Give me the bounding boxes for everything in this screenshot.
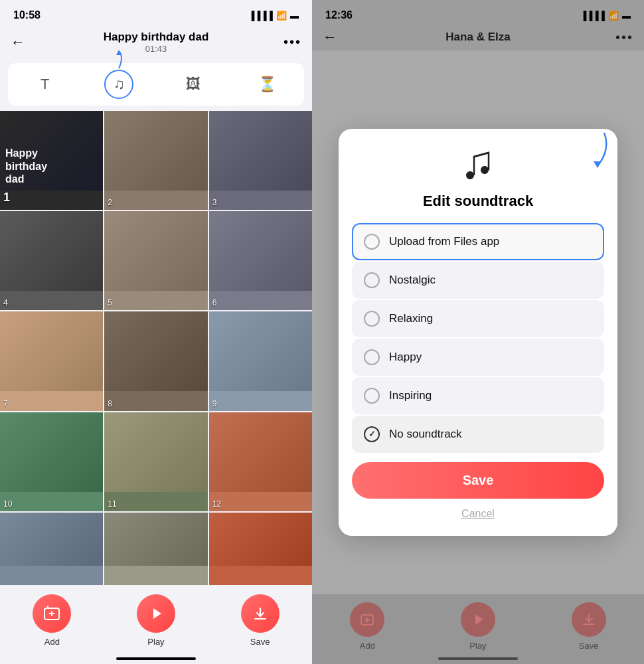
photo-cell-14[interactable] [104, 513, 207, 585]
add-icon-circle [33, 594, 71, 633]
save-icon-circle [241, 594, 280, 633]
arrow-annotation [106, 50, 132, 70]
modal-music-note-icon [459, 147, 497, 185]
option-no-soundtrack[interactable]: No soundtrack [352, 416, 604, 453]
photo-12-num: 12 [212, 499, 221, 509]
left-status-bar: 10:58 ▐▐▐▐ 📶 ▬ [0, 0, 312, 27]
play-icon [148, 606, 164, 622]
option-list: Upload from Files app Nostalgic Relaxing… [352, 223, 604, 453]
option-happy-label: Happy [389, 351, 422, 364]
photo-4-num: 4 [3, 298, 8, 307]
photo-cell-2[interactable]: 2 [104, 111, 207, 210]
photo-1-num: 1 [3, 191, 10, 205]
photo-cell-9[interactable]: 9 [209, 311, 312, 410]
play-button[interactable]: Play [137, 594, 175, 647]
option-inspiring[interactable]: Inspiring [352, 377, 604, 414]
left-home-indicator [0, 657, 312, 664]
toolbar-text-button[interactable]: T [31, 70, 60, 99]
photo-cell-6[interactable]: 6 [209, 211, 312, 310]
wifi-icon: 📶 [276, 11, 287, 21]
photos-icon: 🖼 [186, 76, 201, 93]
left-status-icons: ▐▐▐▐ 📶 ▬ [248, 11, 299, 21]
add-button[interactable]: Add [33, 594, 71, 647]
option-upload[interactable]: Upload from Files app [352, 223, 604, 260]
modal-title: Edit soundtrack [352, 193, 604, 210]
photo-cell-5[interactable]: 5 [104, 211, 207, 310]
left-toolbar: T ♫ 🖼 ⏳ [8, 63, 304, 106]
right-phone: 12:36 ▐▐▐▐ 📶 ▬ ← Hana & Elza ••• Add [312, 0, 644, 664]
option-relaxing-label: Relaxing [389, 312, 433, 325]
left-time: 10:58 [13, 9, 40, 21]
photo-3-num: 3 [212, 198, 217, 207]
photo-cell-10[interactable]: 10 [0, 412, 103, 511]
photo-11-num: 11 [108, 499, 116, 509]
option-relaxing[interactable]: Relaxing [352, 300, 604, 337]
play-icon-circle [137, 594, 175, 633]
option-inspiring-label: Inspiring [389, 389, 432, 402]
modal-save-button[interactable]: Save [352, 462, 604, 499]
add-label: Add [44, 637, 60, 647]
radio-nostalgic [364, 272, 380, 288]
option-happy[interactable]: Happy [352, 339, 604, 376]
modal-music-icon [352, 147, 604, 185]
left-bottom-bar: Add Play Save [0, 586, 312, 657]
left-back-button[interactable]: ← [11, 34, 25, 51]
photo-cell-12[interactable]: 12 [209, 412, 312, 511]
save-label-left: Save [250, 637, 270, 647]
svg-marker-4 [153, 608, 161, 619]
radio-upload [364, 234, 380, 250]
left-phone: 10:58 ▐▐▐▐ 📶 ▬ ← Happy birthday dad 01:4… [0, 0, 312, 664]
option-no-soundtrack-label: No soundtrack [389, 428, 462, 441]
photo-10-num: 10 [3, 499, 12, 509]
radio-inspiring [364, 388, 380, 404]
photo-cell-15[interactable] [209, 513, 312, 585]
signal-icon: ▐▐▐▐ [248, 11, 273, 21]
photo-grid: Happybirthdaydad 1 2 3 4 5 6 7 [0, 111, 312, 585]
photo-cell-13[interactable] [0, 513, 103, 585]
toolbar-timer-button[interactable]: ⏳ [252, 70, 282, 99]
modal-arrow-annotation [578, 129, 611, 169]
toolbar-photos-button[interactable]: 🖼 [179, 70, 208, 99]
modal-overlay: Edit soundtrack Upload from Files app No… [312, 0, 644, 664]
photo-5-num: 5 [108, 298, 112, 307]
save-button-left[interactable]: Save [241, 594, 280, 647]
radio-no-soundtrack [364, 426, 380, 442]
option-nostalgic-label: Nostalgic [389, 274, 436, 287]
photo-7-num: 7 [3, 399, 8, 408]
play-label: Play [147, 637, 164, 647]
photo-2-num: 2 [108, 198, 112, 207]
photo-cell-11[interactable]: 11 [104, 412, 207, 511]
option-upload-label: Upload from Files app [389, 235, 499, 248]
text-icon: T [40, 76, 49, 93]
save-icon [252, 606, 268, 622]
photo-8-num: 8 [108, 399, 112, 408]
radio-happy [364, 349, 380, 365]
photo-cell-7[interactable]: 7 [0, 311, 103, 410]
left-nav-bar: ← Happy birthday dad 01:43 ••• [0, 27, 312, 60]
left-title-text: Happy birthday dad [104, 31, 209, 44]
photo-9-num: 9 [212, 399, 217, 408]
photo-cell-4[interactable]: 4 [0, 211, 103, 310]
photo-cell-8[interactable]: 8 [104, 311, 207, 410]
photo-6-num: 6 [212, 298, 217, 307]
svg-marker-9 [594, 161, 602, 168]
timer-icon: ⏳ [258, 76, 276, 93]
add-icon [43, 605, 60, 622]
battery-icon: ▬ [290, 11, 299, 21]
toolbar-music-button[interactable]: ♫ [104, 70, 133, 99]
photo-cell-1[interactable]: Happybirthdaydad 1 [0, 111, 103, 210]
left-more-button[interactable]: ••• [283, 35, 301, 50]
modal-cancel-link[interactable]: Cancel [352, 508, 604, 520]
left-home-bar [116, 657, 196, 660]
radio-relaxing [364, 311, 380, 327]
photo-cell-3[interactable]: 3 [209, 111, 312, 210]
photo-1-label: Happybirthdaydad [5, 147, 47, 185]
option-nostalgic[interactable]: Nostalgic [352, 262, 604, 299]
music-icon: ♫ [114, 76, 125, 93]
modal-sheet: Edit soundtrack Upload from Files app No… [339, 129, 617, 536]
